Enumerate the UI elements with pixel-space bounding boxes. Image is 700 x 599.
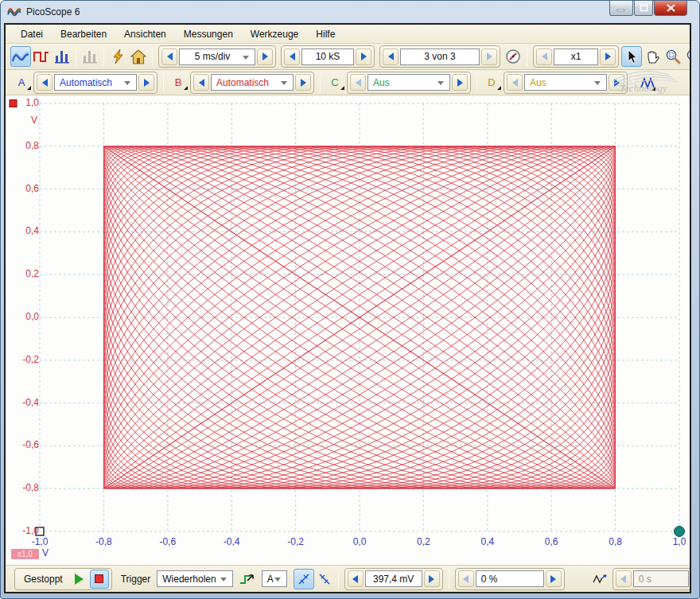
y-tick-label: -1,0 <box>6 525 39 536</box>
toolbar-separator <box>163 73 164 92</box>
run-control-group: Gestoppt <box>14 568 112 590</box>
channel-C-label[interactable]: C <box>329 76 341 88</box>
channel-A-label[interactable]: A <box>15 76 28 88</box>
samples-prev-button[interactable] <box>284 49 300 65</box>
menu-item-werkzeuge[interactable]: Werkzeuge <box>242 26 307 42</box>
post-trigger-toggle-button[interactable] <box>589 569 610 589</box>
maximize-button[interactable] <box>634 1 653 16</box>
chevron-down-icon <box>274 578 281 581</box>
toolbar-separator <box>476 73 477 92</box>
channel-C-range-select[interactable]: Aus <box>368 74 450 91</box>
y-tick-label: -0,2 <box>6 354 39 365</box>
chevron-down-icon <box>281 81 287 85</box>
zoom-in-tool-button[interactable] <box>683 46 690 67</box>
samples-field[interactable]: 10 kS <box>301 49 354 65</box>
pico-logo-watermark: Technology <box>613 70 690 95</box>
x-tick-label: -0,8 <box>86 536 121 547</box>
toolbar-separator <box>449 570 449 589</box>
title-bar[interactable]: PicoScope 6 <box>1 1 699 23</box>
level-down-button[interactable] <box>348 570 364 587</box>
channel-D-label[interactable]: D <box>485 76 498 88</box>
rising-edge-button[interactable] <box>294 569 314 589</box>
zoom-factor-field[interactable]: x1 <box>554 49 598 65</box>
channels-toolbar: AAutomatischBAutomatischCAusDAus Technol… <box>6 70 690 95</box>
channel-C-control: Aus <box>347 72 471 94</box>
channel-B-next-button[interactable] <box>295 74 311 91</box>
trigger-mode-select[interactable]: Wiederholen <box>157 570 232 587</box>
start-button[interactable] <box>71 570 88 589</box>
close-button[interactable] <box>654 1 687 16</box>
home-settings-button[interactable] <box>128 46 149 67</box>
minimize-button[interactable] <box>609 1 633 16</box>
toolbar-separator <box>76 47 76 66</box>
trigger-marker[interactable] <box>675 527 685 537</box>
falling-edge-button[interactable] <box>314 569 335 589</box>
channel-D-control: Aus <box>504 72 628 94</box>
toolbar-separator <box>527 47 527 66</box>
channel-B-range-select[interactable]: Automatisch <box>211 74 294 91</box>
zoom-in-step-button[interactable] <box>600 49 616 65</box>
menu-item-hilfe[interactable]: Hilfe <box>307 26 344 42</box>
timebase-prev-button[interactable] <box>161 49 177 65</box>
level-up-button[interactable] <box>424 570 440 587</box>
x-tick-label: 0,6 <box>534 536 569 547</box>
y-tick-label: 0,4 <box>6 225 39 236</box>
client-area: DateiBearbeitenAnsichtenMessungenWerkzeu… <box>4 23 691 593</box>
post-trigger-field: 0 s <box>633 570 689 587</box>
zoom-factor-control: x1 <box>533 45 619 68</box>
trigger-level-field[interactable]: 397,4 mV <box>365 570 422 587</box>
channel-B-prev-button[interactable] <box>193 74 209 91</box>
menu-item-bearbeiten[interactable]: Bearbeiten <box>52 26 115 42</box>
timebase-select[interactable]: 5 ms/div <box>179 49 255 65</box>
x-tick-label: -0,4 <box>214 536 249 547</box>
buffer-next-button <box>481 49 497 65</box>
xy-plot-canvas[interactable] <box>6 95 690 565</box>
pre-trigger-field[interactable]: 0 % <box>476 570 544 587</box>
posttrigger-down-button <box>616 570 632 587</box>
menu-item-datei[interactable]: Datei <box>12 26 52 42</box>
pointer-tool-button[interactable] <box>621 46 642 67</box>
marquee-zoom-tool-button[interactable] <box>663 46 683 67</box>
menu-item-ansichten[interactable]: Ansichten <box>115 26 175 42</box>
chevron-down-icon <box>594 81 601 85</box>
samples-next-button[interactable] <box>356 49 371 65</box>
channel-A-control: Automatisch <box>33 72 158 94</box>
buffer-prev-button[interactable] <box>383 49 399 65</box>
channel-D-range-select[interactable]: Aus <box>524 74 607 91</box>
channel-A-range-select[interactable]: Automatisch <box>54 74 137 91</box>
corner-triangle-icon <box>27 86 31 90</box>
xy-plot-view[interactable]: 1,00,80,60,40,20,0-0,2-0,4-0,6-0,8-1,0-1… <box>6 95 690 565</box>
scope-mode-button[interactable] <box>10 46 31 67</box>
channel-A-prev-button[interactable] <box>37 74 52 91</box>
persistence-mode-button[interactable] <box>31 46 52 67</box>
advanced-trigger-button[interactable] <box>236 569 257 589</box>
menu-bar: DateiBearbeitenAnsichtenMessungenWerkzeu… <box>6 25 690 44</box>
stop-button[interactable] <box>90 570 109 589</box>
buffer-overview-button[interactable] <box>503 46 523 67</box>
app-window: PicoScope 6 DateiBearbeitenAnsichtenMess… <box>0 0 700 599</box>
x-tick-label: -0,2 <box>278 536 313 547</box>
x-tick-label: -1,0 <box>22 536 57 547</box>
x-tick-label: 0,2 <box>406 536 441 547</box>
stop-icon <box>95 574 103 583</box>
pre-trigger-control: 0 % <box>455 568 565 590</box>
toolbar-separator <box>338 570 339 589</box>
trigger-level-control: 397,4 mV <box>344 568 443 590</box>
window-title: PicoScope 6 <box>26 6 80 18</box>
corner-triangle-icon <box>497 86 501 90</box>
toolbar-separator <box>152 47 153 66</box>
auto-setup-button[interactable] <box>107 46 128 67</box>
spectrum-mode-button[interactable] <box>52 46 72 67</box>
trigger-bar: Gestoppt Trigger Wiederholen A <box>6 565 690 592</box>
channel-B-label[interactable]: B <box>172 76 185 88</box>
y-tick-label: 0,8 <box>6 140 39 151</box>
timebase-next-button[interactable] <box>257 49 273 65</box>
trigger-source-select[interactable]: A <box>262 570 287 587</box>
hand-tool-button[interactable] <box>642 46 663 67</box>
channel-A-next-button[interactable] <box>138 74 154 91</box>
play-icon <box>75 574 84 585</box>
channel-C-next-button[interactable] <box>452 74 468 91</box>
run-status-text: Gestoppt <box>18 574 69 585</box>
menu-item-messungen[interactable]: Messungen <box>175 26 242 42</box>
pretrigger-up-button[interactable] <box>546 570 562 587</box>
